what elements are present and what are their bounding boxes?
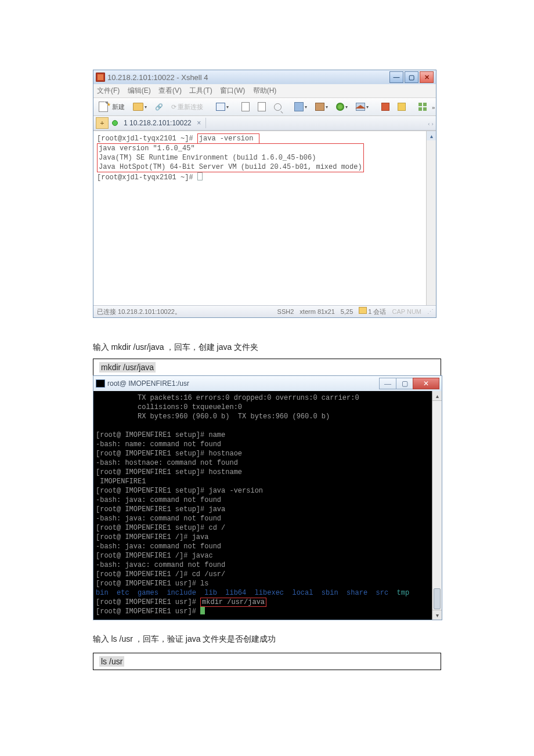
- tab-label: 1 10.218.2.101:10022: [124, 119, 192, 127]
- color-button[interactable]: ▾: [312, 101, 331, 113]
- web-button[interactable]: ▾: [333, 101, 351, 113]
- putty-cursor-icon: [200, 607, 205, 614]
- menu-file[interactable]: 文件(F): [97, 86, 120, 95]
- menu-window[interactable]: 窗口(W): [220, 86, 245, 95]
- find-button[interactable]: [271, 102, 284, 113]
- status-left: 已连接 10.218.2.101:10022。: [97, 308, 181, 316]
- cursor-icon: [197, 172, 203, 180]
- putty-close-button[interactable]: ✕: [413, 378, 439, 389]
- toolbar-overflow-icon[interactable]: »: [432, 103, 435, 110]
- status-sess: 1 会话: [359, 307, 386, 316]
- command-1: mkdir /usr/java: [99, 362, 156, 372]
- xshell-window: 10.218.2.101:10022 - Xshell 4 — ▢ ✕ 文件(F…: [93, 70, 436, 318]
- command-box-1: mkdir /usr/java: [93, 359, 441, 375]
- command-box-2: ls /usr: [93, 653, 441, 670]
- link-button[interactable]: 🔗: [152, 102, 166, 113]
- instruction-text-2: 输入 ls /usr ，回车，验证 java 文件夹是否创建成功: [93, 634, 441, 645]
- terminal-content: [root@xjdl-tyqx2101 ~]# java -version ja…: [93, 131, 436, 185]
- maximize-button[interactable]: ▢: [405, 71, 418, 83]
- menu-help[interactable]: 帮助(H): [253, 86, 277, 95]
- resize-grip-icon[interactable]: ⋰: [427, 308, 432, 316]
- minimize-button[interactable]: —: [389, 71, 403, 83]
- grid-button[interactable]: [416, 101, 430, 113]
- copy-button[interactable]: [239, 100, 252, 113]
- session-icon: [359, 307, 367, 314]
- status-ssh: SSH2: [277, 308, 294, 315]
- putty-title: root@ IMOPENFIRE1:/usr: [107, 379, 189, 388]
- instruction-text-1: 输入 mkdir /usr/java ，回车，创建 java 文件夹: [93, 342, 441, 353]
- menu-view[interactable]: 查看(V): [158, 86, 182, 95]
- window-title: 10.218.2.101:10022 - Xshell 4: [107, 73, 208, 82]
- props-button[interactable]: ▾: [213, 101, 232, 113]
- putty-scroll-down-icon[interactable]: ▾: [432, 610, 442, 620]
- paste-button[interactable]: [255, 100, 269, 113]
- new-label: 新建: [112, 103, 125, 111]
- directory-listing: bin etc games include lib lib64 libexec …: [96, 589, 409, 597]
- putty-content: TX packets:16 errors:0 dropped:0 overrun…: [93, 391, 442, 618]
- reconnect-button[interactable]: ⟳ 重新连接: [168, 101, 206, 113]
- putty-scroll-up-icon[interactable]: ▴: [432, 391, 442, 401]
- yellow-button[interactable]: [395, 101, 409, 113]
- menubar: 文件(F) 编辑(E) 查看(V) 工具(T) 窗口(W) 帮助(H): [93, 84, 436, 98]
- terminal-icon: [96, 379, 105, 388]
- putty-titlebar: root@ IMOPENFIRE1:/usr — ▢ ✕: [93, 376, 442, 391]
- highlighted-output: java version "1.6.0_45"Java(TM) SE Runti…: [97, 143, 364, 172]
- putty-scroll-thumb[interactable]: [434, 588, 441, 609]
- new-session-button[interactable]: ★ 新建: [96, 100, 128, 114]
- status-term: xterm 81x21: [300, 308, 335, 315]
- scroll-up-icon[interactable]: ▴: [427, 131, 436, 140]
- toolbar: ★ 新建 ▾ 🔗 ⟳ 重新连接 ▾ ▾ ▾ ▾ ▾ »: [93, 98, 436, 116]
- tab-close-icon[interactable]: ×: [197, 119, 201, 127]
- home-button[interactable]: ▾: [353, 101, 371, 113]
- putty-terminal[interactable]: TX packets:16 errors:0 dropped:0 overrun…: [93, 391, 442, 620]
- putty-maximize-button[interactable]: ▢: [396, 378, 413, 389]
- putty-window: root@ IMOPENFIRE1:/usr — ▢ ✕ TX packets:…: [93, 375, 442, 620]
- xshell-logo-icon: [96, 73, 105, 82]
- tabstrip: + 1 10.218.2.101:10022 × ‹ ›: [93, 116, 436, 131]
- session-tab[interactable]: 1 10.218.2.101:10022 ×: [119, 118, 206, 128]
- status-pos: 5,25: [341, 308, 353, 315]
- scrollbar[interactable]: ▴: [426, 131, 436, 305]
- highlighted-command-1: java -version: [197, 133, 259, 144]
- putty-scrollbar[interactable]: ▴ ▾: [432, 391, 442, 620]
- close-button[interactable]: ✕: [420, 71, 434, 83]
- status-caps: CAP NUM: [392, 308, 421, 315]
- menu-edit[interactable]: 编辑(E): [128, 86, 151, 95]
- putty-minimize-button[interactable]: —: [379, 378, 396, 389]
- tab-nav-icon[interactable]: ‹ ›: [428, 120, 434, 126]
- statusbar: 已连接 10.218.2.101:10022。 SSH2 xterm 81x21…: [93, 305, 436, 317]
- save-button[interactable]: ▾: [291, 100, 310, 113]
- connection-status-icon: [112, 120, 118, 126]
- highlighted-mkdir-command: mkdir /usr/java: [200, 598, 266, 607]
- add-tab-button[interactable]: +: [96, 117, 109, 129]
- red-button[interactable]: [378, 101, 392, 113]
- menu-tools[interactable]: 工具(T): [189, 86, 212, 95]
- titlebar: 10.218.2.101:10022 - Xshell 4 — ▢ ✕: [93, 70, 436, 84]
- open-button[interactable]: ▾: [130, 101, 150, 113]
- xshell-terminal[interactable]: [root@xjdl-tyqx2101 ~]# java -version ja…: [93, 131, 436, 305]
- command-2: ls /usr: [99, 656, 124, 667]
